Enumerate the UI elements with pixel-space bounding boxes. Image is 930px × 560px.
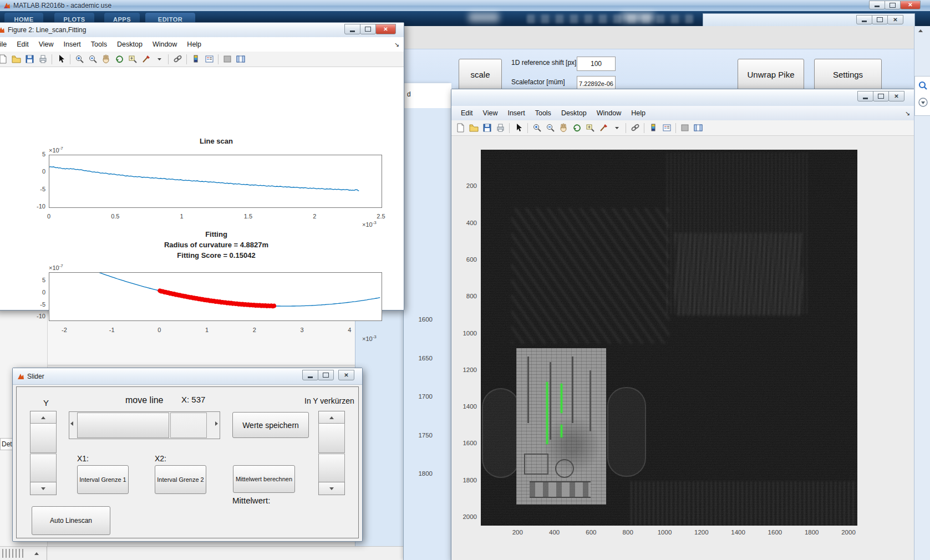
scroll-thumb[interactable] (318, 454, 345, 482)
insert-colorbar-icon[interactable] (190, 53, 202, 65)
data-cursor-icon[interactable] (126, 53, 139, 65)
menu-edit[interactable]: Edit (12, 40, 34, 48)
image-x-tick: 600 (580, 529, 602, 536)
close-button[interactable]: ✕ (887, 15, 903, 24)
slider-window-title: Slider (27, 373, 44, 380)
scroll-thumb[interactable] (30, 423, 57, 453)
maximize-button[interactable] (360, 24, 376, 34)
scroll-up-button[interactable] (30, 411, 57, 424)
maximize-button[interactable] (885, 1, 901, 9)
move-line-label: move line (125, 395, 163, 405)
linescan-y-tick: -5 (27, 186, 45, 192)
minimize-button[interactable] (869, 1, 885, 9)
menu-tools[interactable]: Tools (86, 40, 112, 48)
slider-titlebar[interactable]: Slider ✕ (13, 368, 362, 385)
figure2-titlebar[interactable]: Figure 2: Line_scan,Fitting ✕ (0, 23, 404, 38)
scroll-thumb[interactable] (318, 423, 345, 453)
fitting-y-tick: -10 (27, 313, 45, 319)
plottools-show-icon[interactable] (235, 53, 247, 65)
image-x-tick: 1200 (690, 529, 713, 536)
close-button[interactable]: ✕ (900, 1, 921, 9)
werte-speichern-label: Werte speichern (242, 421, 299, 430)
grab-handle[interactable] (2, 549, 24, 558)
scroll-thumb[interactable] (30, 454, 57, 482)
search-icon[interactable] (918, 81, 928, 90)
zoom-in-icon[interactable] (73, 53, 85, 65)
mittelwert-berechnen-button[interactable]: Mittelwert berechnen (233, 465, 295, 493)
save-icon[interactable] (23, 53, 35, 65)
docked-window-controls: ✕ (857, 15, 903, 24)
minimize-button[interactable] (856, 15, 872, 24)
linescan-x-tick: 0.5 (107, 213, 124, 220)
ref-shift-input[interactable]: 100 (577, 57, 616, 71)
settings-button[interactable]: Settings (814, 59, 882, 90)
linescan-axes[interactable] (49, 155, 382, 208)
settings-label: Settings (833, 70, 863, 79)
fitting-y-tick: -5 (27, 301, 45, 308)
insert-legend-icon[interactable] (203, 53, 215, 65)
menu-insert[interactable]: Insert (59, 40, 86, 48)
fitting-x-tick: 1 (199, 327, 215, 333)
menu-view[interactable]: View (34, 40, 59, 48)
x1-label: X1: (77, 454, 89, 463)
werte-speichern-button[interactable]: Werte speichern (232, 412, 309, 438)
slider-thumb[interactable] (77, 413, 169, 438)
menu-file[interactable]: File (0, 40, 12, 48)
auto-linescan-button[interactable]: Auto Linescan (32, 506, 110, 535)
scroll-up-button[interactable] (318, 411, 345, 424)
image-x-tick: 1600 (764, 529, 786, 536)
collapse-circle-icon[interactable] (918, 98, 928, 107)
slider-left-arrow[interactable] (70, 421, 73, 426)
plottools-hide-icon[interactable] (221, 53, 233, 65)
minimize-button[interactable] (302, 370, 318, 380)
interval-grenze1-button[interactable]: Interval Grenze 1 (77, 465, 129, 494)
minimize-button[interactable] (344, 24, 360, 34)
dock-arrow-icon[interactable]: ↘ (394, 41, 399, 48)
link-plots-icon[interactable] (171, 53, 184, 65)
mittelwert-berechnen-label: Mittelwert berechnen (236, 476, 292, 482)
y-scrollbar-right (318, 411, 345, 494)
ref-shift-value: 100 (591, 60, 602, 68)
slider-right-arrow[interactable] (215, 421, 218, 426)
toolbar-separator (168, 54, 169, 64)
interval-grenze2-button[interactable]: Interval Grenze 2 (155, 465, 206, 494)
maximize-button[interactable] (872, 15, 888, 24)
maximize-button[interactable] (318, 370, 334, 380)
close-button[interactable]: ✕ (375, 24, 396, 34)
unwrap-pike-label: Unwrap Pike (747, 70, 794, 79)
unwrap-pike-button[interactable]: Unwrap Pike (738, 59, 804, 90)
bottom-strip (0, 546, 403, 560)
pan-hand-icon[interactable] (100, 53, 112, 65)
image-x-tick: 1000 (654, 529, 676, 536)
pointer-icon[interactable] (55, 53, 67, 65)
scroll-down-button[interactable] (318, 482, 345, 495)
scroll-up-button[interactable] (32, 549, 41, 557)
divider (47, 547, 47, 560)
open-folder-icon[interactable] (10, 53, 22, 65)
rotate-3d-icon[interactable] (113, 53, 125, 65)
x2-label: X2: (155, 454, 166, 463)
det-fragment-text: Det (2, 440, 12, 448)
menu-desktop[interactable]: Desktop (112, 40, 148, 48)
close-button[interactable]: ✕ (338, 370, 354, 380)
slider-track-segment[interactable] (170, 413, 207, 438)
scale-button[interactable]: scale (459, 59, 502, 90)
in-y-verkuerzen-label: In Y verkürzen (304, 396, 354, 405)
print-icon[interactable] (37, 53, 49, 65)
new-document-icon[interactable] (0, 53, 9, 65)
menu-window[interactable]: Window (148, 40, 182, 48)
docked-titlebar-strip: ✕ (703, 13, 915, 27)
fitting-axes[interactable] (49, 272, 382, 321)
sidebar-panel (914, 76, 930, 116)
blurred-toolbar-strip (527, 14, 693, 23)
linescan-x-exponent: ×10-3 (362, 220, 377, 228)
paint-brush-icon[interactable] (140, 53, 152, 65)
collapse-up-button[interactable] (918, 29, 923, 32)
caret-down-icon[interactable] (153, 53, 165, 65)
menu-help[interactable]: Help (182, 40, 206, 48)
scroll-down-button[interactable] (30, 482, 57, 495)
linescan-x-tick: 1.5 (240, 213, 256, 220)
toolbar-separator (186, 54, 187, 64)
zoom-out-icon[interactable] (87, 53, 99, 65)
fitting-x-tick: 4 (341, 327, 358, 333)
